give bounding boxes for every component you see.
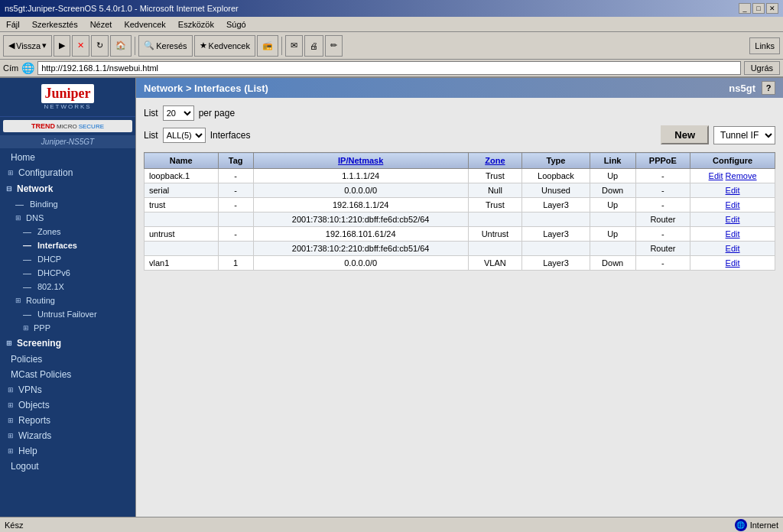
mail-button[interactable]: ✉ bbox=[285, 35, 303, 57]
sidebar-item-8021x[interactable]: — 802.1X bbox=[0, 280, 135, 294]
close-button[interactable]: ✕ bbox=[766, 3, 778, 14]
cell-0: serial bbox=[145, 183, 219, 198]
edit-link[interactable]: Edit bbox=[726, 200, 740, 209]
internet-icon: 🌐 bbox=[735, 519, 747, 531]
expand-icon-configuration: ⊞ bbox=[8, 169, 14, 177]
sidebar-item-dns[interactable]: ⊞ DNS bbox=[0, 211, 135, 225]
edit-link[interactable]: Edit bbox=[726, 215, 740, 224]
new-button[interactable]: New bbox=[661, 125, 709, 144]
cell-6: - bbox=[635, 256, 690, 271]
sidebar-logo: Juniper NETWORKS bbox=[0, 78, 135, 117]
sidebar-item-dhcpv6[interactable]: — DHCPv6 bbox=[0, 266, 135, 280]
sidebar-item-zones[interactable]: — Zones bbox=[0, 225, 135, 238]
sidebar-item-logout[interactable]: Logout bbox=[0, 459, 135, 474]
edit-icon: ✏ bbox=[330, 41, 337, 50]
zone-label: Internet bbox=[750, 521, 778, 530]
expand-icon-wizards: ⊞ bbox=[8, 432, 14, 440]
edit-link[interactable]: Edit bbox=[726, 229, 740, 238]
device-name: Juniper-NS5GT bbox=[0, 135, 135, 148]
menu-tools[interactable]: Eszközök bbox=[175, 19, 217, 30]
edit-link[interactable]: Edit bbox=[726, 258, 740, 268]
cell-3: Null bbox=[468, 183, 522, 198]
col-ip-netmask[interactable]: IP/Netmask bbox=[253, 153, 468, 169]
expand-icon-screening: ⊞ bbox=[6, 339, 12, 347]
configure-cell: Edit bbox=[690, 198, 775, 212]
help-button[interactable]: ? bbox=[762, 81, 775, 95]
forward-button[interactable]: ▶ bbox=[54, 35, 70, 57]
address-label: Cím bbox=[3, 63, 18, 73]
sidebar-item-reports[interactable]: ⊞ Reports bbox=[0, 413, 135, 428]
minimize-button[interactable]: _ bbox=[739, 3, 751, 14]
sidebar-item-objects[interactable]: ⊞ Objects bbox=[0, 397, 135, 413]
menu-view[interactable]: Nézet bbox=[87, 19, 115, 30]
remove-link[interactable]: Remove bbox=[726, 171, 757, 180]
sidebar-item-mcast-policies[interactable]: MCast Policies bbox=[0, 367, 135, 382]
sidebar-item-configuration[interactable]: ⊞ Configuration bbox=[0, 165, 135, 180]
sidebar-item-network[interactable]: ⊟ Network bbox=[0, 180, 135, 197]
per-page-select[interactable]: 20 10 50 100 bbox=[163, 105, 194, 121]
expand-icon-ppp: ⊞ bbox=[23, 324, 29, 332]
cell-6: Router bbox=[635, 242, 690, 256]
tunnel-if-select[interactable]: Tunnel IF bbox=[713, 126, 775, 144]
go-button[interactable]: Ugrás bbox=[744, 61, 780, 75]
sidebar-item-dhcp[interactable]: — DHCP bbox=[0, 252, 135, 266]
links-button[interactable]: Links bbox=[749, 37, 780, 54]
search-button[interactable]: 🔍 Keresés bbox=[138, 35, 192, 57]
sidebar-item-policies[interactable]: Policies bbox=[0, 352, 135, 367]
cell-2: 1.1.1.1/24 bbox=[253, 169, 468, 183]
mail-icon: ✉ bbox=[291, 41, 297, 50]
edit-link[interactable]: Edit bbox=[709, 171, 723, 180]
bullet-dhcpv6: — bbox=[23, 268, 31, 277]
sidebar: Juniper NETWORKS TREND MICRO SECURE Juni… bbox=[0, 78, 136, 517]
stop-button[interactable]: ✕ bbox=[72, 35, 89, 57]
list-controls-row2: List ALL(5) Interfaces New Tunnel IF bbox=[144, 125, 775, 144]
expand-icon-help: ⊞ bbox=[8, 447, 14, 455]
window-controls[interactable]: _ □ ✕ bbox=[739, 3, 778, 14]
col-zone[interactable]: Zone bbox=[468, 153, 522, 169]
cell-6: - bbox=[635, 169, 690, 183]
edit-link[interactable]: Edit bbox=[726, 244, 740, 253]
nav-scroll: Home ⊞ Configuration ⊟ Network — Binding… bbox=[0, 150, 135, 517]
menu-favorites[interactable]: Kedvencek bbox=[121, 19, 168, 30]
restore-button[interactable]: □ bbox=[752, 3, 765, 14]
edit-page-button[interactable]: ✏ bbox=[325, 35, 343, 57]
sidebar-item-interfaces[interactable]: — Interfaces bbox=[0, 238, 135, 252]
cell-2: 2001:738:10:1:210:dbff:fe6d:cb52/64 bbox=[253, 212, 468, 227]
edit-link[interactable]: Edit bbox=[726, 186, 740, 195]
cell-0 bbox=[145, 212, 219, 227]
url-input[interactable] bbox=[37, 61, 740, 75]
cell-4: Layer3 bbox=[522, 198, 590, 212]
interfaces-table: Name Tag IP/Netmask Zone Type Link PPPoE… bbox=[144, 152, 775, 271]
status-text: Kész bbox=[5, 521, 23, 530]
table-row: 2001:738:10:1:210:dbff:fe6d:cb52/64Route… bbox=[145, 212, 775, 227]
table-row: 2001:738:10:2:210:dbff:fe6d:cb51/64Route… bbox=[145, 242, 775, 256]
sidebar-item-routing[interactable]: ⊞ Routing bbox=[0, 294, 135, 307]
sidebar-item-help[interactable]: ⊞ Help bbox=[0, 443, 135, 459]
menu-file[interactable]: Fájl bbox=[3, 19, 23, 30]
cell-1: - bbox=[218, 198, 253, 212]
cell-0: untrust bbox=[145, 227, 219, 242]
sidebar-item-ppp[interactable]: ⊞ PPP bbox=[0, 321, 135, 335]
content-body: List 20 10 50 100 per page List ALL(5) I… bbox=[136, 98, 783, 278]
list-label-1: List bbox=[144, 108, 158, 118]
refresh-button[interactable]: ↻ bbox=[91, 35, 109, 57]
cell-2: 0.0.0.0/0 bbox=[253, 256, 468, 271]
breadcrumb: Network > Interfaces (List) bbox=[144, 83, 268, 94]
col-tag: Tag bbox=[218, 153, 253, 169]
sidebar-item-wizards[interactable]: ⊞ Wizards bbox=[0, 428, 135, 443]
expand-icon-routing: ⊞ bbox=[15, 297, 21, 304]
sidebar-item-binding[interactable]: — Binding bbox=[0, 197, 135, 211]
menu-edit[interactable]: Szerkesztés bbox=[29, 19, 81, 30]
filter-select[interactable]: ALL(5) bbox=[163, 128, 206, 143]
sidebar-item-screening[interactable]: ⊞ Screening bbox=[0, 335, 135, 352]
menu-help[interactable]: Súgó bbox=[223, 19, 249, 30]
sidebar-item-vpns[interactable]: ⊞ VPNs bbox=[0, 382, 135, 397]
print-button[interactable]: 🖨 bbox=[304, 35, 323, 57]
sidebar-item-untrust-failover[interactable]: — Untrust Failover bbox=[0, 307, 135, 321]
table-row: vlan110.0.0.0/0VLANLayer3Down-Edit bbox=[145, 256, 775, 271]
back-button[interactable]: ◀ Vissza ▾ bbox=[3, 35, 52, 57]
sidebar-item-home[interactable]: Home bbox=[0, 150, 135, 165]
favorites-button[interactable]: ★ Kedvencek bbox=[194, 35, 255, 57]
media-button[interactable]: 📻 bbox=[257, 35, 278, 57]
home-button[interactable]: 🏠 bbox=[110, 35, 132, 57]
